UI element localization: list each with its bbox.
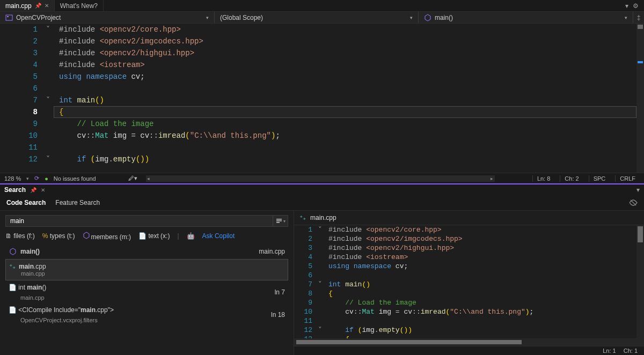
horizontal-scrollbar[interactable]: ◂ ▸ xyxy=(146,175,495,182)
result-lineno: ln 18 xyxy=(271,311,285,319)
text-match-icon: 📄 xyxy=(9,284,18,291)
preview-editor[interactable]: 12345678910111213 ˅˅˅ #include <opencv2/… xyxy=(294,225,644,338)
status-line: Ln: 1 xyxy=(603,347,616,354)
result-path: main.cpp xyxy=(9,294,45,301)
gear-icon[interactable]: ⚙ xyxy=(633,2,639,10)
search-panel-title: Search xyxy=(4,186,26,194)
preview-title: main.cpp xyxy=(310,214,336,221)
method-icon xyxy=(9,247,17,256)
ask-copilot-link[interactable]: Ask Copilot xyxy=(202,232,235,240)
line-numbers: 12345678910111213 xyxy=(294,225,316,338)
status-ok-icon: ● xyxy=(45,175,48,182)
cpp-file-icon: ⁺₊ xyxy=(299,214,306,221)
current-line-highlight xyxy=(54,106,636,118)
nav-member-label: main() xyxy=(435,14,453,21)
tab-label: What's New? xyxy=(60,2,98,10)
search-filters: 🗎 files (f:) % types (t:) members (m:) 📄… xyxy=(5,231,288,241)
horizontal-scrollbar[interactable] xyxy=(294,338,644,346)
method-icon xyxy=(424,14,431,21)
scrollbar-thumb[interactable] xyxy=(296,340,522,344)
panel-menu-icon[interactable]: ▾ xyxy=(636,186,640,194)
chevron-down-icon: ▾ xyxy=(206,15,209,20)
svg-rect-1 xyxy=(7,16,9,17)
filter-text[interactable]: 📄 text (x:) xyxy=(138,232,170,240)
close-icon[interactable]: ✕ xyxy=(41,187,45,193)
text-icon: 📄 xyxy=(138,232,148,240)
cube-icon xyxy=(82,231,91,240)
chevron-down-icon: ▾ xyxy=(410,15,413,20)
search-left-pane: ▾ 🗎 files (f:) % types (t:) members (m:)… xyxy=(0,211,294,355)
editor-status-bar: 128 % ▾ ⟳ ● No issues found 🖉▾ ◂ ▸ Ln: 8… xyxy=(0,173,644,183)
filter-members[interactable]: members (m:) xyxy=(82,231,131,241)
nav-member-dropdown[interactable]: main() ▾ xyxy=(419,12,633,23)
line-numbers: 123456789101112 xyxy=(0,24,42,173)
refresh-icon[interactable]: ⟳ xyxy=(34,175,39,182)
separator: | xyxy=(177,232,179,240)
pin-icon[interactable]: 📌 xyxy=(35,3,41,9)
chevron-down-icon: ▾ xyxy=(625,15,627,20)
document-tabbar: main.cpp 📌 ✕ What's New? ▾ ⚙ xyxy=(0,0,644,12)
search-result-line[interactable]: 📄 <ClCompile Include="main.cpp"> OpenCVP… xyxy=(5,304,288,326)
tab-main-cpp[interactable]: main.cpp 📌 ✕ xyxy=(0,0,55,11)
filter-types[interactable]: % types (t:) xyxy=(42,232,75,240)
vertical-scrollbar[interactable]: ▴ xyxy=(636,24,644,173)
screwdriver-icon[interactable]: 🖉▾ xyxy=(128,175,137,182)
search-result-line[interactable]: 📄 int main() main.cpp ln 7 xyxy=(5,282,288,303)
expand-icon[interactable]: ▾ xyxy=(625,2,628,10)
code-body[interactable]: #include <opencv2/core.hpp> #include <op… xyxy=(324,225,644,338)
result-path: main.cpp xyxy=(9,270,284,277)
status-eol[interactable]: CRLF xyxy=(615,175,640,182)
search-input[interactable] xyxy=(5,215,273,227)
result-file: main.cpp xyxy=(259,248,285,255)
search-result-method[interactable]: main() main.cpp xyxy=(5,245,288,258)
split-icon[interactable]: ‡ xyxy=(633,14,644,21)
search-preview-pane: ⁺₊ main.cpp 12345678910111213 ˅˅˅ #inclu… xyxy=(294,211,644,355)
result-label: main() xyxy=(20,248,40,255)
pin-icon[interactable]: 📌 xyxy=(30,187,36,193)
code-body[interactable]: #include <opencv2/core.hpp> #include <op… xyxy=(54,24,644,173)
issues-label[interactable]: No issues found xyxy=(54,175,96,182)
tab-code-search[interactable]: Code Search xyxy=(6,199,46,206)
svg-rect-3 xyxy=(276,220,282,221)
preview-toggle-icon[interactable] xyxy=(629,198,638,207)
project-icon xyxy=(5,14,13,21)
file-icon: 🗎 xyxy=(5,232,13,240)
scroll-right-icon[interactable]: ▸ xyxy=(489,176,495,181)
search-tabs: Code Search Feature Search xyxy=(0,195,644,211)
status-col[interactable]: Ch: 2 xyxy=(560,175,583,182)
types-icon: % xyxy=(42,232,50,240)
nav-scope-dropdown[interactable]: (Global Scope) ▾ xyxy=(215,12,419,23)
status-col: Ch: 1 xyxy=(624,347,638,354)
svg-rect-0 xyxy=(6,15,12,20)
fold-gutter[interactable]: ˅˅˅ xyxy=(42,24,54,173)
nav-scope-label: (Global Scope) xyxy=(220,14,263,21)
fold-gutter[interactable]: ˅˅˅ xyxy=(316,225,324,338)
nav-project-label: OpenCVProject xyxy=(16,14,61,21)
scrollbar-thumb[interactable] xyxy=(638,226,643,242)
text-match-icon: 📄 xyxy=(9,306,18,314)
nav-project-dropdown[interactable]: OpenCVProject ▾ xyxy=(0,12,215,23)
scrollbar-marker xyxy=(638,61,643,63)
close-icon[interactable]: ✕ xyxy=(45,3,49,9)
search-result-file-active[interactable]: ⁺₊ main.cpp main.cpp xyxy=(5,259,288,280)
tab-feature-search[interactable]: Feature Search xyxy=(55,199,100,206)
vertical-scrollbar[interactable]: ▴ xyxy=(636,225,644,338)
zoom-level[interactable]: 128 % xyxy=(4,175,21,182)
scrollbar-thumb[interactable] xyxy=(638,25,643,29)
tab-whats-new[interactable]: What's New? xyxy=(55,0,104,11)
navigation-bar: OpenCVProject ▾ (Global Scope) ▾ main() … xyxy=(0,12,644,24)
status-indent[interactable]: SPC xyxy=(589,175,610,182)
result-path: OpenCVProject.vcxproj.filters xyxy=(9,317,98,323)
code-editor[interactable]: 123456789101112 ˅˅˅ #include <opencv2/co… xyxy=(0,24,644,173)
tab-label: main.cpp xyxy=(5,2,32,10)
list-icon xyxy=(276,218,282,224)
cpp-file-icon: ⁺₊ xyxy=(9,263,16,270)
search-options-dropdown[interactable]: ▾ xyxy=(273,215,288,227)
result-lineno: ln 7 xyxy=(275,289,285,296)
scroll-left-icon[interactable]: ◂ xyxy=(146,176,151,181)
zoom-dropdown-icon[interactable]: ▾ xyxy=(26,176,29,181)
status-line[interactable]: Ln: 8 xyxy=(532,175,554,182)
result-label: main xyxy=(19,263,34,270)
svg-rect-4 xyxy=(276,222,280,223)
filter-files[interactable]: 🗎 files (f:) xyxy=(5,232,35,240)
